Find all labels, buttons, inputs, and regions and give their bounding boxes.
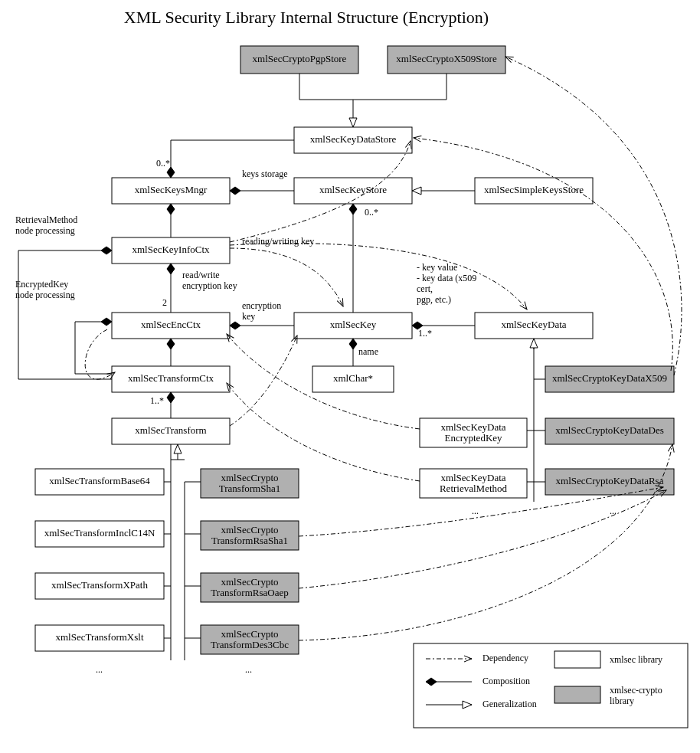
svg-text:0..*: 0..* bbox=[156, 158, 170, 169]
svg-text:xmlSecCrypto: xmlSecCrypto bbox=[221, 472, 278, 483]
svg-text:xmlSecCrypto: xmlSecCrypto bbox=[221, 524, 278, 535]
svg-text:xmlSecCryptoKeyDataRsa: xmlSecCryptoKeyDataRsa bbox=[556, 475, 664, 486]
svg-text:TransformSha1: TransformSha1 bbox=[219, 483, 280, 494]
svg-text:xmlSecCryptoPgpStore: xmlSecCryptoPgpStore bbox=[253, 53, 347, 64]
svg-text:Dependency: Dependency bbox=[482, 653, 528, 663]
svg-text:xmlSecSimpleKeysStore: xmlSecSimpleKeysStore bbox=[484, 184, 584, 195]
svg-rect-61 bbox=[554, 686, 600, 703]
svg-text:Generalization: Generalization bbox=[482, 699, 537, 709]
svg-text:TransformRsaSha1: TransformRsaSha1 bbox=[211, 535, 288, 546]
svg-text:xmlsec library: xmlsec library bbox=[610, 654, 662, 665]
svg-text:2: 2 bbox=[162, 297, 167, 308]
svg-text:xmlSecKeyData: xmlSecKeyData bbox=[501, 319, 566, 330]
diagram-title: XML Security Library Internal Structure … bbox=[124, 8, 489, 27]
svg-text:xmlSecTransformXslt: xmlSecTransformXslt bbox=[55, 631, 143, 643]
svg-text:1..*: 1..* bbox=[418, 328, 432, 339]
svg-text:xmlSecCryptoX509Store: xmlSecCryptoX509Store bbox=[396, 53, 497, 64]
svg-text:TransformRsaOaep: TransformRsaOaep bbox=[211, 587, 288, 598]
diagram-canvas: XML Security Library Internal Structure … bbox=[0, 0, 700, 753]
svg-text:xmlSecCrypto: xmlSecCrypto bbox=[221, 628, 278, 640]
svg-text:xmlSecKeyInfoCtx: xmlSecKeyInfoCtx bbox=[132, 244, 210, 255]
svg-text:encryption key: encryption key bbox=[182, 280, 237, 291]
svg-text:xmlSecTransformCtx: xmlSecTransformCtx bbox=[128, 372, 214, 384]
svg-text:node processing: node processing bbox=[15, 290, 75, 300]
svg-text:1..*: 1..* bbox=[150, 395, 164, 406]
svg-text:xmlSecCryptoKeyDataX509: xmlSecCryptoKeyDataX509 bbox=[552, 372, 667, 384]
svg-text:cert,: cert, bbox=[417, 283, 433, 294]
svg-text:...: ... bbox=[245, 664, 252, 675]
svg-text:key: key bbox=[242, 311, 255, 322]
svg-text:xmlSecTransformBase64: xmlSecTransformBase64 bbox=[49, 475, 150, 486]
svg-text:xmlSecKeyDataStore: xmlSecKeyDataStore bbox=[310, 133, 397, 145]
svg-text:keys storage: keys storage bbox=[242, 169, 288, 179]
svg-text:...: ... bbox=[610, 506, 617, 516]
svg-text:xmlSecKeyData: xmlSecKeyData bbox=[440, 421, 505, 433]
svg-text:node processing: node processing bbox=[15, 225, 75, 236]
svg-text:xmlsec-crypto: xmlsec-crypto bbox=[610, 685, 662, 696]
svg-text:xmlSecKey: xmlSecKey bbox=[330, 319, 377, 330]
svg-text:xmlChar*: xmlChar* bbox=[333, 372, 373, 384]
svg-text:...: ... bbox=[96, 664, 103, 675]
svg-text:library: library bbox=[610, 696, 634, 706]
svg-text:RetrievalMethod: RetrievalMethod bbox=[15, 214, 77, 225]
svg-text:EncryptedKey: EncryptedKey bbox=[444, 432, 502, 444]
svg-text:xmlSecTransformInclC14N: xmlSecTransformInclC14N bbox=[44, 527, 155, 539]
svg-text:0..*: 0..* bbox=[365, 207, 378, 218]
svg-text:...: ... bbox=[472, 506, 479, 516]
svg-text:xmlSecTransformXPath: xmlSecTransformXPath bbox=[51, 579, 148, 591]
svg-text:encryption: encryption bbox=[242, 300, 281, 311]
svg-rect-59 bbox=[554, 651, 600, 668]
svg-text:xmlSecCryptoKeyDataDes: xmlSecCryptoKeyDataDes bbox=[555, 424, 664, 436]
svg-text:pgp, etc.): pgp, etc.) bbox=[417, 294, 451, 305]
svg-text:xmlSecKeyData: xmlSecKeyData bbox=[440, 472, 505, 483]
svg-text:RetrievalMethod: RetrievalMethod bbox=[440, 483, 508, 494]
svg-text:xmlSecTransform: xmlSecTransform bbox=[135, 424, 206, 436]
svg-text:- key value: - key value bbox=[417, 262, 457, 273]
svg-text:Composition: Composition bbox=[482, 676, 530, 686]
svg-text:read/write: read/write bbox=[182, 270, 220, 280]
svg-text:reading/writing key: reading/writing key bbox=[242, 236, 314, 247]
svg-text:xmlSecCrypto: xmlSecCrypto bbox=[221, 576, 278, 588]
svg-text:- key data (x509: - key data (x509 bbox=[417, 273, 476, 283]
svg-text:TransformDes3Cbc: TransformDes3Cbc bbox=[211, 639, 289, 650]
svg-text:name: name bbox=[358, 346, 378, 357]
svg-text:xmlSecKeysMngr: xmlSecKeysMngr bbox=[135, 184, 208, 195]
svg-text:EncryptedKey: EncryptedKey bbox=[15, 279, 68, 290]
svg-text:xmlSecEncCtx: xmlSecEncCtx bbox=[141, 319, 201, 330]
